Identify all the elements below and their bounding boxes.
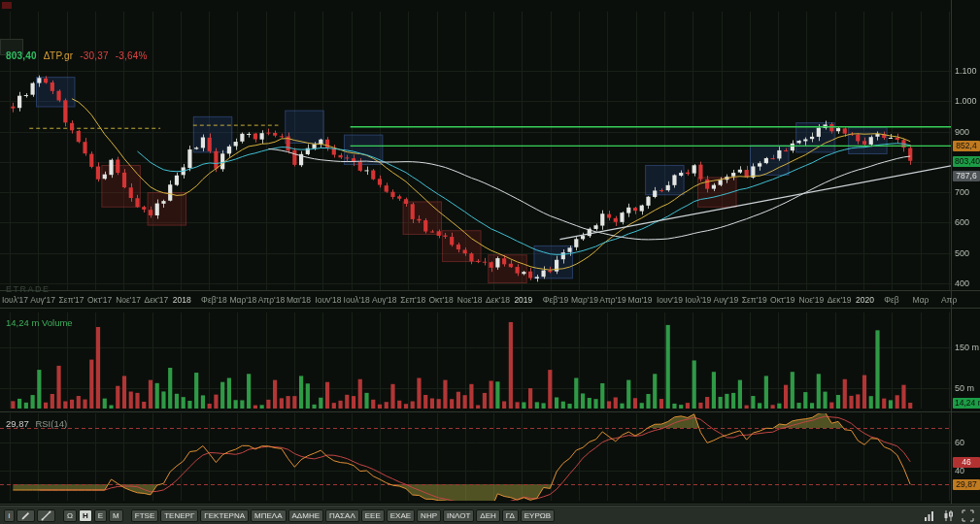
time-axis-label: Μαρ'19 — [571, 295, 598, 305]
symbol-button-ΠΑΣΑΛ[interactable]: ΠΑΣΑΛ — [325, 509, 359, 522]
trading-app: 803,40 ΔΤΡ.gr -30,37 -3,64% 14,24 m Volu… — [0, 0, 980, 524]
volume-label: Volume — [42, 317, 73, 328]
timeframe-Μ[interactable]: Μ — [109, 509, 123, 522]
symbol-name: ΔΤΡ.gr — [44, 50, 73, 61]
time-axis-label: Νοε'17 — [116, 295, 141, 305]
toolbar-trendline-tool[interactable] — [37, 509, 55, 522]
symbol-button-ΙΝΛΟΤ[interactable]: ΙΝΛΟΤ — [443, 509, 474, 522]
price-tick: 700 — [955, 187, 969, 197]
time-axis-label: Μαρ — [913, 295, 929, 305]
expand-icon — [962, 509, 974, 522]
rsi-legend: 29,87 RSI(14) — [6, 418, 67, 429]
rsi-tick: 60 — [955, 438, 964, 447]
price-tick: 400 — [955, 278, 969, 288]
volume-tick: 50 m — [955, 383, 974, 393]
symbol-shortcuts-group: FTSEΤΕΝΕΡΓΓΕΚΤΕΡΝΑΜΠΕΛΑΑΔΜΗΕΠΑΣΑΛΕΕΕΕΧΑΕ… — [131, 509, 557, 522]
drawing-tools-group: i — [4, 509, 57, 522]
timeframe-group: ΩΗΕΜ — [63, 509, 125, 522]
time-axis-label: Μαι'18 — [287, 295, 311, 305]
time-axis-label: Φεβ'19 — [543, 295, 569, 305]
time-axis-label: Σεπ'18 — [400, 295, 425, 305]
volume-legend: 14,24 m Volume — [6, 317, 73, 328]
time-axis-label: Δεκ'18 — [486, 295, 510, 305]
time-axis-label: Οκτ'19 — [770, 295, 794, 305]
rsi-label: RSI(14) — [35, 418, 67, 429]
time-axis-label: Μαρ'18 — [229, 295, 256, 305]
volume-tick: 150 m — [955, 343, 979, 352]
time-axis-label: Σεπ'17 — [59, 295, 84, 305]
time-axis-label: Απρ'18 — [258, 295, 285, 305]
time-axis-label: Αυγ'19 — [714, 295, 739, 305]
time-axis-label: Φεβ — [884, 295, 898, 305]
price-change-pct: -3,64% — [116, 50, 148, 61]
candlestick-icon — [942, 509, 955, 522]
symbol-button-ΕΥΡΩΒ[interactable]: ΕΥΡΩΒ — [521, 509, 555, 522]
time-axis-label: 2020 — [856, 295, 874, 305]
toolbar-candlestick-icon[interactable] — [940, 508, 957, 523]
rsi-signal-tag: 46 — [953, 457, 980, 468]
time-axis-label: Ιουλ'19 — [685, 295, 711, 305]
time-axis-label: Αυγ'18 — [372, 295, 397, 305]
symbol-button-ΝΗΡ[interactable]: ΝΗΡ — [417, 509, 441, 522]
price-axis-tag: 787,6 — [953, 171, 980, 181]
symbol-button-ΑΔΜΗΕ[interactable]: ΑΔΜΗΕ — [288, 509, 323, 522]
time-axis-label: Ιουλ'18 — [344, 295, 370, 305]
price-tick: 500 — [955, 248, 969, 258]
time-axis-label: Μαι'19 — [628, 295, 653, 305]
symbol-legend: 803,40 ΔΤΡ.gr -30,37 -3,64% — [6, 50, 148, 61]
time-axis-label: Δεκ'19 — [828, 295, 852, 305]
volume-axis-tag: 14,24 m — [953, 398, 980, 409]
symbol-button-ΜΠΕΛΑ[interactable]: ΜΠΕΛΑ — [251, 509, 286, 522]
symbol-button-ΕΧΑΕ[interactable]: ΕΧΑΕ — [387, 509, 415, 522]
chart-style-group — [918, 508, 976, 523]
rsi-axis-tag: 29,87 — [953, 479, 980, 490]
price-tick: 900 — [955, 127, 969, 137]
toolbar-expand-icon[interactable] — [960, 508, 976, 523]
bottom-toolbar: i ΩΗΕΜ FTSEΤΕΝΕΡΓΓΕΚΤΕΡΝΑΜΠΕΛΑΑΔΜΗΕΠΑΣΑΛ… — [0, 506, 980, 524]
toolbar-pencil-tool[interactable] — [17, 509, 35, 522]
time-axis-label: Δεκ'17 — [145, 295, 169, 305]
price-axis-tag: 803,40 — [953, 156, 980, 167]
app-icon — [2, 2, 12, 9]
price-tick: 1.100 — [955, 66, 977, 76]
symbol-button-FTSE[interactable]: FTSE — [131, 509, 158, 522]
time-axis-label: 2019 — [514, 295, 532, 305]
timeframe-Ε[interactable]: Ε — [94, 509, 107, 522]
price-tick: 600 — [955, 217, 969, 227]
toolbar-info-tool[interactable]: i — [4, 509, 15, 522]
time-axis-label: Αυγ'17 — [30, 295, 55, 305]
timeframe-Ω[interactable]: Ω — [63, 509, 77, 522]
volume-value: 14,24 m — [6, 317, 39, 328]
symbol-button-ΕΕΕ[interactable]: ΕΕΕ — [361, 509, 385, 522]
time-axis-label: Απρ — [941, 295, 957, 305]
bar-chart-icon — [923, 509, 935, 522]
time-axis-label: Ιουλ'17 — [2, 295, 28, 305]
time-axis-label: 2018 — [173, 295, 191, 305]
toolbar-bar-chart-icon[interactable] — [921, 508, 937, 523]
last-price-value: 803,40 — [6, 50, 37, 61]
symbol-button-ΤΕΝΕΡΓ[interactable]: ΤΕΝΕΡΓ — [160, 509, 198, 522]
price-change: -30,37 — [80, 50, 109, 61]
pencil-icon — [20, 510, 31, 521]
price-axis-tag: 852,4 — [953, 141, 980, 151]
symbol-button-ΓΕΚΤΕΡΝΑ[interactable]: ΓΕΚΤΕΡΝΑ — [200, 509, 249, 522]
rsi-value: 29,87 — [6, 418, 29, 429]
platform-watermark: ETRADE — [6, 284, 51, 294]
time-axis-label: Ιουν'19 — [657, 295, 683, 305]
timeframe-Η[interactable]: Η — [79, 509, 92, 522]
symbol-button-ΓΔ[interactable]: ΓΔ — [502, 509, 519, 522]
time-axis-label: Σεπ'19 — [742, 295, 767, 305]
chart-canvas[interactable] — [0, 0, 980, 506]
price-tick: 1.000 — [955, 96, 977, 106]
time-axis-label: Ιουν'18 — [315, 295, 341, 305]
time-axis-label: Φεβ'18 — [201, 295, 227, 305]
time-axis-label: Νοε'18 — [457, 295, 483, 305]
time-axis-label: Οκτ'17 — [87, 295, 112, 305]
trendline-icon — [41, 510, 51, 521]
time-axis-label: Νοε'19 — [798, 295, 824, 305]
time-axis-label: Απρ'19 — [599, 295, 625, 305]
symbol-button-ΔΕΗ[interactable]: ΔΕΗ — [476, 509, 499, 522]
time-axis-label: Οκτ'18 — [429, 295, 454, 305]
